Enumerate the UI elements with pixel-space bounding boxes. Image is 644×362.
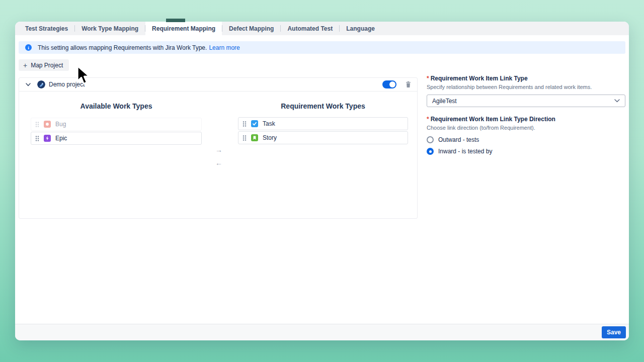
work-type-label: Story bbox=[263, 134, 277, 141]
radio-inward[interactable]: Inward - is tested by bbox=[427, 148, 625, 155]
learn-more-link[interactable]: Learn more bbox=[209, 44, 239, 51]
task-icon bbox=[251, 120, 258, 127]
radio-outward-icon[interactable] bbox=[427, 136, 434, 143]
work-type-item-epic[interactable]: Epic bbox=[31, 132, 202, 145]
dropdown-chevron-icon bbox=[614, 99, 620, 103]
available-work-types-title: Available Work Types bbox=[31, 102, 202, 110]
info-icon: i bbox=[25, 44, 32, 51]
requirement-work-types-title: Requirement Work Types bbox=[238, 102, 408, 110]
work-type-item-story[interactable]: Story bbox=[238, 131, 408, 144]
info-banner-text: This setting allows mapping Requirements… bbox=[38, 44, 207, 51]
link-type-description: Specify relationship between Requirement… bbox=[427, 84, 625, 90]
toggle-knob bbox=[389, 81, 395, 87]
epic-icon bbox=[44, 135, 51, 142]
chevron-down-icon[interactable] bbox=[26, 83, 31, 86]
link-type-label: *Requirement Work Item Link Type bbox=[427, 75, 625, 82]
work-type-label: Task bbox=[263, 120, 275, 127]
map-project-button[interactable]: + Map Project bbox=[19, 59, 69, 71]
drag-handle-icon[interactable] bbox=[35, 121, 39, 128]
map-project-label: Map Project bbox=[31, 62, 63, 69]
tab-bar: Test Strategies Work Type Mapping Requir… bbox=[15, 22, 629, 35]
drag-handle-icon[interactable] bbox=[243, 121, 247, 127]
tab-test-strategies[interactable]: Test Strategies bbox=[19, 22, 74, 35]
work-type-label: Epic bbox=[55, 135, 67, 142]
settings-card: Test Strategies Work Type Mapping Requir… bbox=[15, 22, 629, 340]
tab-defect-mapping[interactable]: Defect Mapping bbox=[222, 22, 280, 35]
direction-label: *Requirement Work Item Link Type Directi… bbox=[427, 116, 625, 123]
project-mapping-panel: Demo project Available Work Types Requir… bbox=[19, 77, 418, 219]
bug-icon bbox=[44, 121, 51, 128]
tab-language[interactable]: Language bbox=[340, 22, 381, 35]
work-type-item-bug[interactable]: Bug bbox=[31, 118, 202, 131]
drag-handle-icon[interactable] bbox=[243, 135, 247, 141]
link-type-settings: *Requirement Work Item Link Type Specify… bbox=[427, 75, 625, 155]
tab-work-type-mapping[interactable]: Work Type Mapping bbox=[75, 22, 145, 35]
move-left-icon[interactable]: ← bbox=[214, 159, 224, 166]
link-type-select[interactable]: AgileTest bbox=[427, 95, 625, 107]
trash-icon[interactable] bbox=[405, 81, 412, 88]
radio-outward[interactable]: Outward - tests bbox=[427, 136, 625, 143]
drag-handle-icon[interactable] bbox=[35, 135, 39, 142]
required-marker: * bbox=[427, 116, 429, 123]
direction-label-text: Requirement Work Item Link Type Directio… bbox=[431, 116, 555, 123]
project-enabled-toggle[interactable] bbox=[382, 80, 396, 88]
project-name: Demo project bbox=[49, 81, 85, 88]
project-avatar bbox=[37, 80, 45, 88]
story-icon bbox=[251, 134, 258, 141]
work-type-item-task[interactable]: Task bbox=[238, 117, 408, 130]
footer-bar: Save bbox=[15, 324, 629, 340]
link-type-selected-value: AgileTest bbox=[432, 98, 457, 105]
link-type-label-text: Requirement Work Item Link Type bbox=[431, 75, 528, 82]
save-button[interactable]: Save bbox=[602, 326, 626, 338]
plus-icon: + bbox=[23, 62, 27, 69]
radio-inward-icon[interactable] bbox=[427, 148, 434, 155]
progress-notch bbox=[166, 19, 185, 22]
required-marker: * bbox=[427, 75, 429, 82]
work-type-label: Bug bbox=[55, 121, 66, 128]
radio-outward-label: Outward - tests bbox=[438, 136, 479, 143]
project-row[interactable]: Demo project bbox=[19, 78, 417, 92]
tab-requirement-mapping[interactable]: Requirement Mapping bbox=[145, 22, 222, 35]
info-banner: i This setting allows mapping Requiremen… bbox=[19, 41, 625, 54]
tab-automated-test[interactable]: Automated Test bbox=[281, 22, 339, 35]
direction-description: Choose link direction (to/from Requireme… bbox=[427, 125, 625, 131]
move-right-icon[interactable]: → bbox=[214, 146, 224, 153]
radio-inward-label: Inward - is tested by bbox=[438, 148, 492, 155]
